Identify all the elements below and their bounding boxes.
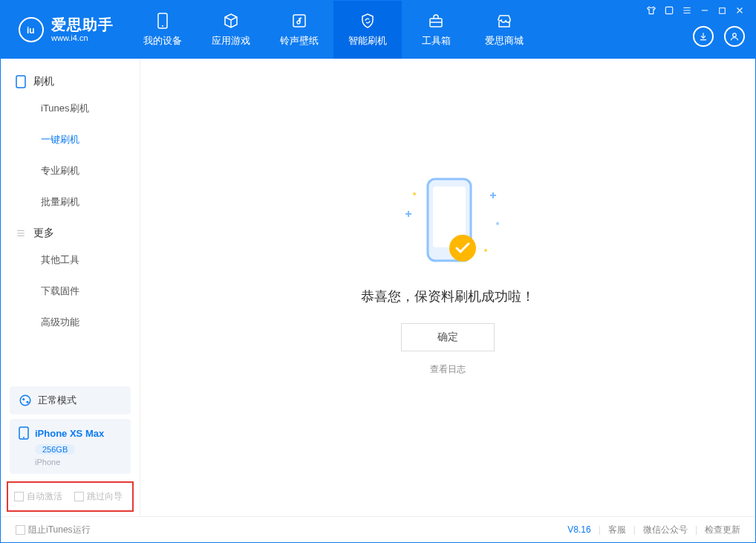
- svg-rect-6: [720, 7, 726, 13]
- window-controls: [646, 5, 745, 16]
- tab-label: 我的设备: [143, 34, 182, 48]
- sidebar-item-other-tools[interactable]: 其他工具: [1, 244, 140, 276]
- tab-my-device[interactable]: 我的设备: [128, 1, 197, 59]
- footer-link-service[interactable]: 客服: [608, 524, 626, 536]
- checkbox-auto-activate[interactable]: 自动激活: [14, 490, 62, 503]
- sidebar-item-batch-flash[interactable]: 批量刷机: [1, 186, 140, 218]
- group-label: 更多: [33, 227, 54, 240]
- shield-refresh-icon: [359, 12, 377, 30]
- device-type: iPhone: [35, 458, 122, 466]
- tab-label: 爱思商城: [485, 34, 524, 48]
- menu-icon[interactable]: [682, 5, 692, 16]
- cube-icon: [222, 12, 240, 30]
- app-header: iu 爱思助手 www.i4.cn 我的设备 应用游戏 铃声壁纸 智能刷机 工具…: [1, 1, 755, 59]
- tab-label: 应用游戏: [212, 34, 250, 48]
- sidebar-item-onekey-flash[interactable]: 一键刷机: [1, 124, 140, 155]
- mode-icon: [19, 394, 32, 407]
- device-icon: [19, 426, 29, 440]
- tab-ringtone[interactable]: 铃声壁纸: [265, 1, 333, 59]
- sidebar-group-flash: 刷机: [1, 66, 140, 93]
- phone-small-icon: [16, 75, 26, 88]
- brand-url: www.i4.cn: [51, 33, 114, 43]
- sidebar: 刷机 iTunes刷机 一键刷机 专业刷机 批量刷机 更多 其他工具 下载固件 …: [1, 59, 140, 516]
- tshirt-icon[interactable]: [646, 5, 656, 16]
- close-icon[interactable]: [734, 5, 745, 16]
- svg-point-9: [20, 395, 30, 406]
- tab-label: 智能刷机: [348, 34, 387, 48]
- brand-name: 爱思助手: [51, 16, 114, 33]
- music-folder-icon: [290, 12, 308, 30]
- sidebar-item-itunes-flash[interactable]: iTunes刷机: [1, 93, 140, 124]
- ok-button[interactable]: 确定: [401, 323, 495, 351]
- view-log-link[interactable]: 查看日志: [430, 363, 466, 376]
- success-message: 恭喜您，保资料刷机成功啦！: [361, 287, 535, 305]
- tab-label: 铃声壁纸: [280, 34, 319, 48]
- tab-toolbox[interactable]: 工具箱: [402, 1, 470, 59]
- checkbox-block-itunes[interactable]: 阻止iTunes运行: [16, 524, 91, 536]
- sidebar-group-more: 更多: [1, 218, 140, 244]
- footer-link-wechat[interactable]: 微信公众号: [643, 524, 688, 536]
- svg-rect-8: [16, 76, 25, 88]
- version-label: V8.16: [567, 524, 590, 535]
- sidebar-item-download-firmware[interactable]: 下载固件: [1, 276, 140, 307]
- maximize-icon[interactable]: [717, 6, 727, 16]
- main-content: 恭喜您，保资料刷机成功啦！ 确定 查看日志: [140, 59, 755, 516]
- mode-card[interactable]: 正常模式: [10, 386, 131, 414]
- list-icon: [16, 228, 26, 238]
- toolbox-icon: [427, 12, 445, 30]
- svg-point-7: [733, 33, 737, 37]
- highlighted-checkbox-row: 自动激活 跳过向导: [7, 481, 134, 512]
- footer-link-update[interactable]: 检查更新: [705, 524, 740, 536]
- device-card[interactable]: iPhone XS Max 256GB iPhone: [10, 419, 131, 474]
- sidebar-item-advanced[interactable]: 高级功能: [1, 307, 140, 338]
- mode-label: 正常模式: [38, 394, 76, 407]
- tab-apps[interactable]: 应用游戏: [197, 1, 265, 59]
- sidebar-item-pro-flash[interactable]: 专业刷机: [1, 155, 140, 186]
- brand: iu 爱思助手 www.i4.cn: [1, 1, 128, 59]
- tab-label: 工具箱: [422, 34, 451, 48]
- tab-smart-flash[interactable]: 智能刷机: [333, 1, 402, 59]
- skin-icon[interactable]: [664, 5, 674, 16]
- minimize-icon[interactable]: [700, 5, 710, 16]
- download-button[interactable]: [693, 26, 714, 47]
- svg-point-11: [27, 401, 29, 403]
- device-name: iPhone XS Max: [35, 428, 104, 439]
- success-illustration: [392, 170, 504, 274]
- svg-text:iu: iu: [27, 25, 35, 36]
- brand-logo-icon: iu: [19, 17, 44, 42]
- phone-icon: [154, 12, 172, 30]
- store-icon: [495, 12, 513, 30]
- footer: 阻止iTunes运行 V8.16 | 客服 | 微信公众号 | 检查更新: [1, 516, 755, 542]
- device-capacity: 256GB: [35, 444, 75, 455]
- checkbox-skip-guide[interactable]: 跳过向导: [74, 490, 123, 503]
- user-button[interactable]: [724, 26, 745, 47]
- group-label: 刷机: [33, 75, 54, 88]
- svg-rect-5: [665, 7, 672, 13]
- tab-store[interactable]: 爱思商城: [470, 1, 538, 59]
- header-tabs: 我的设备 应用游戏 铃声壁纸 智能刷机 工具箱 爱思商城: [128, 1, 538, 59]
- svg-point-13: [23, 437, 25, 438]
- svg-point-2: [162, 25, 163, 27]
- svg-point-10: [22, 398, 25, 400]
